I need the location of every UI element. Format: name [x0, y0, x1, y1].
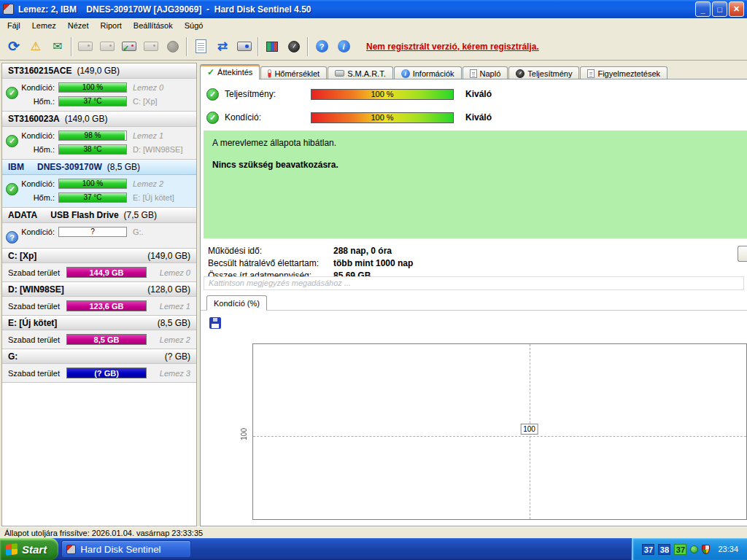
disk-header: ST3160215ACE (149,0 GB) [2, 63, 196, 79]
condition-label: Kondíció: [20, 83, 58, 92]
partition-volume: D: [WIN98SE] [8, 284, 64, 295]
tab-information[interactable]: Információk [394, 66, 462, 79]
partition-header: E: [Új kötet] (8,5 GB) [2, 316, 196, 330]
surface-test-button[interactable] [261, 36, 283, 58]
network-disk-button[interactable] [233, 36, 255, 58]
system-tray: 37 38 37 23:34 [631, 538, 747, 560]
floppy-disk-icon [209, 317, 221, 329]
condition-rating: Kiváló [465, 112, 492, 122]
chart-point-label: 100 [520, 424, 538, 435]
tray-temperature-2[interactable]: 38 [658, 544, 670, 555]
free-space-bar: 144,9 GB [66, 267, 147, 278]
partition-list-item[interactable]: E: [Új kötet] (8,5 GB) Szabad terület 8,… [2, 316, 196, 349]
partition-size: (8,5 GB) [158, 318, 190, 328]
condition-bar: 100 % [311, 112, 454, 123]
tab-label: Napló [480, 69, 501, 78]
free-space-bar: 8,5 GB [66, 334, 147, 345]
report-button[interactable] [190, 36, 212, 58]
tab-alerts[interactable]: Figyelmeztetések [580, 66, 667, 79]
menu-disk[interactable]: Lemez [26, 19, 62, 32]
disk-list-item-selected[interactable]: IBM DNES-309170W (8,5 GB) Kondíció: 100 … [2, 160, 196, 208]
comment-hint[interactable]: Kattintson megjegyzés megadásához ... [204, 276, 744, 290]
thermometer-icon [268, 69, 271, 78]
app-icon [66, 545, 76, 554]
warnings-button[interactable] [25, 36, 47, 58]
menu-help[interactable]: Súgó [179, 19, 209, 32]
temperature-label: Hőm.: [20, 145, 58, 154]
disk-index: Lemez 0 [133, 83, 197, 92]
disk-body: Kondíció: 100 % Lemez 2 Hőm.: 37 °C E: [… [2, 175, 196, 207]
disk-list-item[interactable]: ST3160215ACE (149,0 GB) Kondíció: 100 % … [2, 63, 196, 112]
partition-list-item[interactable]: D: [WIN98SE] (128,0 GB) Szabad terület 1… [2, 282, 196, 316]
power-on-time-value: 288 nap, 0 óra [333, 246, 392, 256]
menu-view[interactable]: Nézet [62, 19, 95, 32]
tray-status-icon[interactable] [690, 545, 698, 553]
network-disk-icon [237, 42, 252, 51]
disk-action-3-button[interactable] [140, 36, 162, 58]
partition-list-item[interactable]: C: [Xp] (149,0 GB) Szabad terület 144,9 … [2, 249, 196, 282]
tab-log[interactable]: Napló [462, 66, 508, 79]
disk-size: (8,5 GB) [107, 162, 140, 172]
clipped-edge-button[interactable] [738, 246, 747, 262]
disk-body: Kondíció: 100 % Lemez 0 Hőm.: 37 °C C: [… [2, 79, 196, 111]
chart-tab-condition[interactable]: Kondíció (%) [206, 295, 267, 311]
tab-performance[interactable]: Teljesítmény [508, 66, 579, 79]
performance-label: Teljesítmény: [225, 89, 311, 99]
temperature-label: Hőm.: [20, 193, 58, 202]
menu-file[interactable]: Fájl [1, 19, 26, 32]
stat-row: Becsült hátralévő élettartam: több mint … [208, 257, 413, 269]
partition-body: Szabad terület (? GB) Lemez 3 [2, 364, 196, 382]
refresh-button[interactable] [3, 36, 25, 58]
disk-action-2-button[interactable] [96, 36, 118, 58]
maximize-button[interactable]: □ [712, 1, 727, 17]
tray-temperature-1[interactable]: 37 [642, 544, 654, 555]
disk-list-item[interactable]: ST3160023A (149,0 GB) Kondíció: 98 % Lem… [2, 112, 196, 160]
document-icon [470, 69, 477, 78]
sync-button[interactable] [212, 36, 233, 58]
tray-temperature-3[interactable]: 37 [674, 544, 686, 555]
disk-model: DNES-309170W [37, 162, 102, 172]
free-space-label: Szabad terület [8, 268, 66, 277]
partition-disk-index: Lemez 3 [160, 369, 190, 378]
tab-strip: Áttekintés Hőmérséklet S.M.A.R.T. Inform… [200, 64, 747, 79]
disk-sphere-button[interactable] [162, 36, 184, 58]
status-unknown-icon [6, 231, 18, 244]
performance-row: Teljesítmény: 100 % Kiváló [206, 87, 492, 101]
tab-smart[interactable]: S.M.A.R.T. [328, 66, 393, 79]
condition-row: Kondíció: 100 % Kiváló [206, 110, 492, 125]
mail-icon [53, 39, 62, 53]
partition-volume: E: [Új kötet] [8, 318, 57, 328]
disk-icon [100, 42, 115, 51]
condition-ok-icon [206, 112, 219, 124]
close-button[interactable]: ✕ [729, 1, 744, 17]
performance-rating: Kiváló [465, 89, 492, 99]
disk-list-item[interactable]: ADATA USB Flash Drive (7,5 GB) Kondíció:… [2, 208, 196, 249]
disk-vendor: IBM [8, 162, 24, 172]
mail-report-button[interactable] [47, 36, 69, 58]
info-button[interactable] [333, 36, 355, 58]
tab-label: Áttekintés [217, 68, 252, 77]
disk-action-1-button[interactable] [74, 36, 96, 58]
register-link[interactable]: Nem regisztrált verzió, kérem regisztrál… [366, 42, 539, 52]
start-button[interactable]: Start [0, 538, 58, 560]
performance-button[interactable] [283, 36, 305, 58]
help-button[interactable] [311, 36, 333, 58]
condition-label: Kondíció: [20, 179, 58, 188]
status-ok-icon [6, 183, 18, 195]
partition-list-item[interactable]: G: (? GB) Szabad terület (? GB) Lemez 3 [2, 349, 196, 383]
disk-ok-button[interactable] [118, 36, 140, 58]
tab-overview[interactable]: Áttekintés [200, 64, 260, 79]
windows-logo-icon [6, 543, 18, 556]
tab-label: Figyelmeztetések [597, 69, 660, 78]
menu-settings[interactable]: Beállítások [128, 19, 179, 32]
main-area: ST3160215ACE (149,0 GB) Kondíció: 100 % … [0, 61, 747, 526]
save-chart-button[interactable] [208, 316, 222, 330]
tab-temperature[interactable]: Hőmérséklet [260, 66, 327, 79]
power-on-time-label: Működési idő: [208, 246, 333, 256]
minimize-button[interactable]: _ [695, 1, 711, 17]
health-status-line2: Nincs szükség beavatkozásra. [212, 160, 738, 170]
detail-panel: Áttekintés Hőmérséklet S.M.A.R.T. Inform… [198, 61, 747, 526]
menu-report[interactable]: Riport [95, 19, 128, 32]
security-shield-icon[interactable] [702, 545, 710, 554]
taskbar-app-button[interactable]: Hard Disk Sentinel [61, 540, 191, 558]
